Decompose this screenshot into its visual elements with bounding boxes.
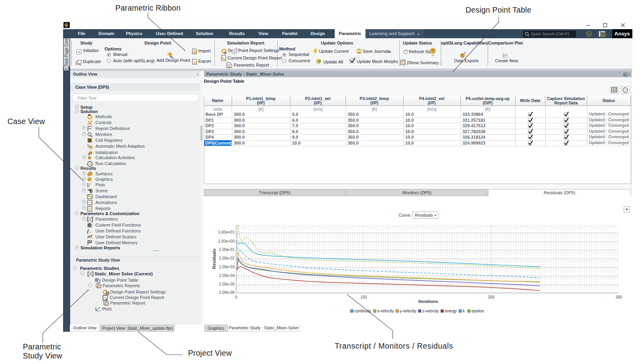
svg-text:Iterations: Iterations bbox=[418, 299, 438, 304]
svg-text:1.00e-02: 1.00e-02 bbox=[219, 256, 235, 260]
svg-text:k: k bbox=[463, 309, 465, 313]
svg-text:D: D bbox=[224, 51, 227, 54]
svg-text:x-velocity: x-velocity bbox=[377, 309, 394, 313]
svg-text:1.00e-05: 1.00e-05 bbox=[219, 282, 235, 286]
svg-text:α: α bbox=[89, 230, 91, 234]
svg-text:1.00e-01: 1.00e-01 bbox=[219, 247, 235, 252]
svg-text:Dp: Dp bbox=[106, 292, 109, 295]
svg-text:P: P bbox=[76, 62, 78, 65]
svg-text:Dp: Dp bbox=[228, 65, 231, 67]
svg-text:z-velocity: z-velocity bbox=[422, 309, 439, 313]
svg-text:100: 100 bbox=[360, 295, 367, 299]
svg-text:y-velocity: y-velocity bbox=[400, 309, 416, 313]
svg-text:1.00e+00: 1.00e+00 bbox=[218, 239, 235, 243]
svg-text:p: p bbox=[224, 58, 226, 61]
svg-text:continuity: continuity bbox=[354, 309, 371, 313]
svg-text:1.00e-03: 1.00e-03 bbox=[219, 265, 235, 269]
svg-text:a: a bbox=[89, 146, 91, 149]
svg-text:Dp: Dp bbox=[105, 303, 109, 306]
svg-text:F: F bbox=[66, 26, 67, 28]
svg-text:f: f bbox=[87, 228, 89, 234]
svg-text:epsilon: epsilon bbox=[472, 309, 484, 313]
svg-text:Residuals: Residuals bbox=[212, 249, 216, 269]
svg-text:p: p bbox=[106, 298, 107, 300]
svg-text:200: 200 bbox=[488, 295, 495, 299]
svg-text:Dp: Dp bbox=[98, 285, 101, 288]
svg-text:300: 300 bbox=[615, 295, 622, 299]
svg-text:energy: energy bbox=[445, 309, 457, 313]
svg-text:1.00e-06: 1.00e-06 bbox=[219, 290, 235, 295]
svg-text:1.00e+01: 1.00e+01 bbox=[218, 230, 235, 234]
svg-text:Quick Search (Ctrl+F): Quick Search (Ctrl+F) bbox=[531, 32, 569, 36]
svg-text:0: 0 bbox=[235, 295, 237, 299]
svg-text:?: ? bbox=[624, 88, 626, 92]
svg-text:?: ? bbox=[588, 32, 590, 36]
svg-text:1.00e-04: 1.00e-04 bbox=[219, 273, 235, 277]
